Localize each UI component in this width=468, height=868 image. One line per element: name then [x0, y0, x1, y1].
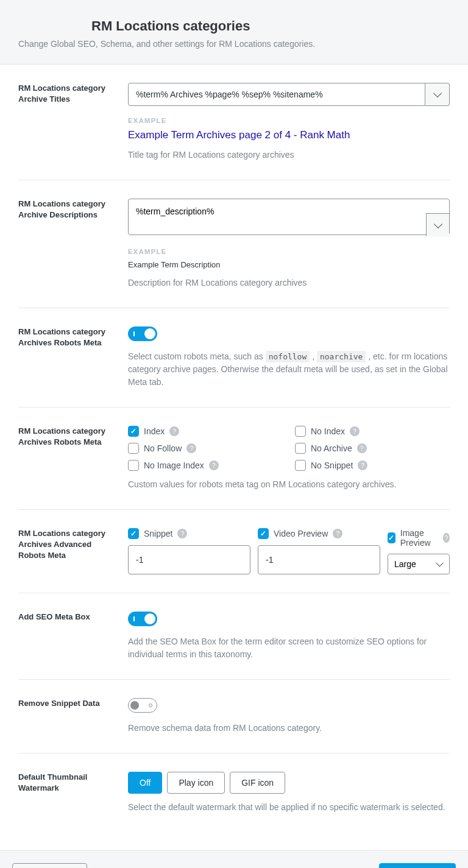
- seo-metabox-toggle[interactable]: [128, 612, 157, 626]
- archive-descriptions-input[interactable]: %term_description%: [128, 199, 450, 235]
- image-preview-label: Image Preview: [400, 528, 438, 548]
- label-robots-toggle: RM Locations category Archives Robots Me…: [18, 326, 116, 348]
- checkbox-noindex-label: No Index: [311, 426, 345, 436]
- robots-checks-help: Custom values for robots meta tag on RM …: [128, 478, 450, 491]
- code-noarchive: noarchive: [317, 351, 366, 362]
- help-icon[interactable]: ?: [358, 460, 367, 470]
- label-archive-descriptions: RM Locations category Archive Descriptio…: [18, 199, 116, 221]
- help-icon[interactable]: ?: [443, 533, 450, 543]
- watermark-off-button[interactable]: Off: [128, 772, 162, 794]
- example-label: EXAMPLE: [128, 248, 450, 255]
- seo-metabox-help: Add the SEO Meta Box for the term editor…: [128, 635, 450, 661]
- row-archive-descriptions: RM Locations category Archive Descriptio…: [18, 180, 450, 308]
- robots-toggle-help: Select custom robots meta, such as nofol…: [128, 350, 450, 389]
- snippet-value-input[interactable]: [128, 545, 250, 574]
- row-seo-metabox: Add SEO Meta Box Add the SEO Meta Box fo…: [18, 593, 450, 680]
- help-icon[interactable]: ?: [357, 443, 367, 453]
- help-icon[interactable]: ?: [350, 426, 360, 436]
- video-preview-label: Video Preview: [274, 529, 328, 538]
- label-advanced-robots: RM Locations category Archives Advanced …: [18, 528, 116, 562]
- row-robots-toggle: RM Locations category Archives Robots Me…: [18, 308, 450, 408]
- label-remove-snippet: Remove Snippet Data: [18, 698, 116, 709]
- row-remove-snippet: Remove Snippet Data Remove schema data f…: [18, 680, 450, 753]
- page-subtitle: Change Global SEO, Schema, and other set…: [18, 39, 450, 49]
- checkbox-video-preview[interactable]: [258, 528, 269, 539]
- title-help: Title tag for RM Locations category arch…: [128, 149, 450, 161]
- video-preview-value-input[interactable]: [258, 545, 380, 574]
- watermark-help: Select the default watermark that will b…: [128, 801, 450, 814]
- row-archive-titles: RM Locations category Archive Titles EXA…: [18, 65, 450, 180]
- example-label: EXAMPLE: [128, 117, 450, 124]
- row-robots-checks: RM Locations category Archives Robots Me…: [18, 408, 450, 510]
- desc-example: Example Term Description: [128, 260, 450, 269]
- label-seo-metabox: Add SEO Meta Box: [18, 612, 116, 623]
- label-robots-checks: RM Locations category Archives Robots Me…: [18, 426, 116, 448]
- code-nofollow: nofollow: [266, 351, 310, 362]
- chevron-down-icon: [433, 89, 441, 97]
- robots-meta-toggle[interactable]: [128, 326, 157, 341]
- snippet-label: Snippet: [144, 529, 172, 538]
- checkbox-noarchive-label: No Archive: [311, 443, 352, 453]
- footer: Reset Options Save Changes: [0, 850, 468, 868]
- checkbox-nofollow[interactable]: [128, 443, 139, 454]
- label-archive-titles: RM Locations category Archive Titles: [18, 83, 116, 105]
- checkbox-noarchive[interactable]: [295, 443, 306, 454]
- desc-help: Description for RM Locations category ar…: [128, 277, 450, 289]
- checkbox-image-preview[interactable]: [388, 532, 395, 543]
- watermark-play-button[interactable]: Play icon: [167, 772, 225, 794]
- variables-dropdown-button[interactable]: [425, 83, 450, 106]
- chevron-down-icon: [433, 219, 442, 228]
- checkbox-noimageindex-label: No Image Index: [144, 460, 204, 470]
- checkbox-nosnippet[interactable]: [295, 460, 306, 471]
- help-icon[interactable]: ?: [186, 443, 196, 453]
- checkbox-index[interactable]: [128, 426, 139, 437]
- checkbox-noimageindex[interactable]: [128, 460, 139, 471]
- help-icon[interactable]: ?: [209, 460, 219, 470]
- remove-snippet-help: Remove schema data from RM Locations cat…: [128, 722, 450, 735]
- page-title: RM Locations categories: [91, 18, 450, 34]
- checkbox-snippet[interactable]: [128, 528, 139, 539]
- help-icon[interactable]: ?: [169, 426, 179, 436]
- checkbox-nofollow-label: No Follow: [144, 443, 182, 453]
- title-example: Example Term Archives page 2 of 4 - Rank…: [128, 129, 450, 141]
- row-advanced-robots: RM Locations category Archives Advanced …: [18, 510, 450, 593]
- row-watermark: Default Thumbnail Watermark Off Play ico…: [18, 753, 450, 832]
- label-watermark: Default Thumbnail Watermark: [18, 772, 116, 794]
- image-preview-select[interactable]: Large: [388, 554, 450, 574]
- page-header: RM Locations categories Change Global SE…: [0, 0, 468, 65]
- checkbox-noindex[interactable]: [295, 426, 306, 437]
- watermark-gif-button[interactable]: GIF icon: [230, 772, 285, 794]
- archive-titles-input[interactable]: [128, 83, 425, 106]
- checkbox-index-label: Index: [144, 426, 165, 436]
- remove-snippet-toggle[interactable]: [128, 698, 157, 713]
- reset-options-button[interactable]: Reset Options: [12, 863, 87, 868]
- checkbox-nosnippet-label: No Snippet: [311, 460, 353, 470]
- help-icon[interactable]: ?: [177, 529, 187, 538]
- variables-dropdown-button[interactable]: [426, 213, 449, 236]
- save-changes-button[interactable]: Save Changes: [379, 863, 456, 868]
- help-icon[interactable]: ?: [333, 529, 342, 538]
